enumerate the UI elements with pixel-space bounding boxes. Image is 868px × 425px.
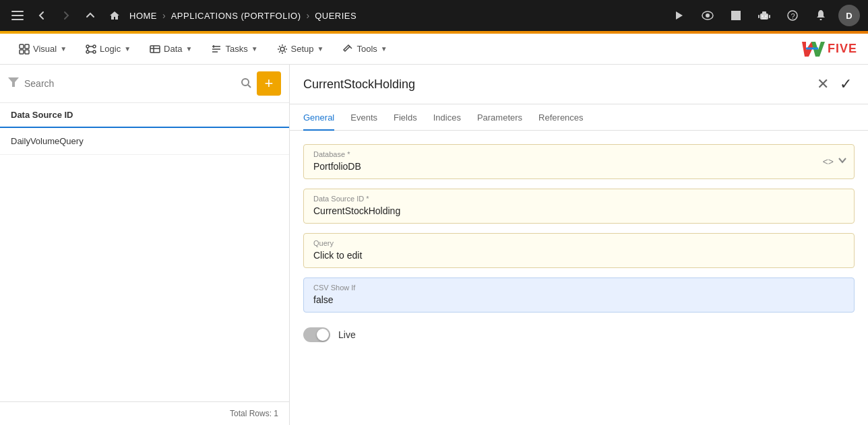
- database-value: PortfolioDB: [313, 161, 844, 172]
- detail-header: CurrentStockHolding ✕ ✓: [290, 65, 868, 104]
- query-label: Query: [313, 239, 844, 247]
- svg-point-11: [762, 15, 763, 17]
- svg-rect-18: [25, 44, 29, 48]
- close-icon[interactable]: ✕: [814, 73, 832, 96]
- setup-menu[interactable]: Setup ▼: [269, 40, 332, 59]
- svg-point-34: [280, 47, 284, 51]
- data-label: Data: [164, 44, 182, 54]
- logic-menu[interactable]: Logic ▼: [78, 40, 139, 59]
- data-menu[interactable]: Data ▼: [142, 40, 200, 59]
- tab-parameters[interactable]: Parameters: [477, 104, 522, 131]
- svg-rect-6: [731, 11, 741, 20]
- stop-icon[interactable]: [725, 5, 747, 26]
- breadcrumb-sep-1: ›: [162, 10, 166, 21]
- five-logo: FIVE: [799, 39, 857, 59]
- tasks-label: Tasks: [225, 44, 247, 54]
- sidebar-list: DailyVolumeQuery: [0, 128, 289, 401]
- home-icon[interactable]: [105, 6, 124, 25]
- tools-menu[interactable]: Tools ▼: [334, 40, 395, 59]
- svg-line-41: [248, 85, 251, 88]
- visual-chevron: ▼: [60, 45, 67, 53]
- breadcrumb-sep-2: ›: [307, 10, 310, 21]
- svg-point-5: [706, 13, 710, 18]
- svg-point-22: [93, 45, 96, 48]
- live-toggle[interactable]: [303, 327, 330, 342]
- play-icon[interactable]: [669, 5, 690, 26]
- setup-label: Setup: [291, 44, 314, 54]
- toggle-knob: [317, 329, 329, 341]
- help-icon[interactable]: ?: [782, 5, 803, 26]
- tab-references[interactable]: References: [538, 104, 583, 131]
- user-avatar[interactable]: D: [838, 5, 860, 26]
- search-icon[interactable]: [241, 77, 251, 90]
- hamburger-menu-icon[interactable]: [8, 6, 27, 25]
- sidebar-footer: Total Rows: 1: [0, 401, 289, 425]
- search-input[interactable]: [24, 78, 235, 89]
- tab-general[interactable]: General: [303, 104, 334, 131]
- top-navigation: HOME › APPLICATIONS (PORTFOLIO) › QUERIE…: [0, 0, 868, 31]
- add-button[interactable]: +: [257, 71, 281, 96]
- svg-rect-20: [25, 50, 29, 54]
- list-item[interactable]: DailyVolumeQuery: [0, 128, 289, 155]
- svg-rect-10: [769, 15, 770, 18]
- tab-bar: General Events Fields Indices Parameters…: [290, 104, 868, 131]
- svg-rect-1: [11, 15, 24, 16]
- tasks-menu[interactable]: Tasks ▼: [203, 40, 266, 59]
- sidebar: + Data Source ID DailyVolumeQuery Total …: [0, 65, 290, 425]
- form-content: Database * PortfolioDB <> Data Source ID…: [290, 131, 868, 425]
- database-field-actions: <>: [823, 156, 847, 168]
- queries-crumb[interactable]: QUERIES: [315, 11, 356, 21]
- home-crumb[interactable]: HOME: [129, 11, 157, 21]
- svg-rect-16: [820, 19, 822, 20]
- robot-icon[interactable]: [753, 5, 775, 26]
- csv-label: CSV Show If: [313, 284, 844, 292]
- query-value: Click to edit: [313, 250, 844, 261]
- forward-icon[interactable]: [57, 6, 75, 25]
- svg-point-24: [93, 51, 96, 53]
- logic-chevron: ▼: [124, 45, 131, 53]
- svg-point-40: [242, 79, 249, 86]
- visual-menu[interactable]: Visual ▼: [11, 40, 75, 59]
- svg-rect-0: [11, 11, 24, 12]
- notification-icon[interactable]: [810, 5, 832, 26]
- applications-crumb[interactable]: APPLICATIONS (PORTFOLIO): [171, 11, 301, 21]
- query-field[interactable]: Query Click to edit: [303, 233, 855, 268]
- live-label: Live: [338, 329, 356, 340]
- tab-fields[interactable]: Fields: [394, 104, 417, 131]
- svg-line-35: [350, 46, 352, 48]
- visual-label: Visual: [33, 44, 57, 54]
- confirm-icon[interactable]: ✓: [837, 73, 855, 96]
- datasource-value: CurrentStockHolding: [313, 205, 844, 216]
- svg-rect-17: [20, 44, 24, 48]
- database-field: Database * PortfolioDB <>: [303, 144, 855, 179]
- code-icon[interactable]: <>: [823, 156, 834, 167]
- dropdown-icon[interactable]: [838, 156, 847, 168]
- five-text: FIVE: [828, 42, 857, 56]
- up-icon[interactable]: [81, 6, 100, 25]
- detail-title: CurrentStockHolding: [303, 77, 415, 92]
- svg-marker-39: [8, 77, 19, 87]
- svg-rect-28: [150, 46, 160, 53]
- live-toggle-row: Live: [303, 322, 855, 348]
- svg-rect-2: [11, 19, 24, 20]
- breadcrumb: HOME › APPLICATIONS (PORTFOLIO) › QUERIE…: [105, 6, 663, 25]
- svg-rect-19: [20, 50, 24, 54]
- filter-icon: [8, 77, 19, 90]
- tab-events[interactable]: Events: [350, 104, 377, 131]
- datasource-field: Data Source ID * CurrentStockHolding: [303, 189, 855, 224]
- sidebar-search-bar: +: [0, 65, 289, 103]
- svg-text:?: ?: [791, 12, 795, 20]
- preview-icon[interactable]: [697, 5, 718, 26]
- svg-marker-3: [676, 11, 683, 20]
- detail-panel: CurrentStockHolding ✕ ✓ General Events F…: [290, 65, 868, 425]
- data-chevron: ▼: [186, 45, 193, 53]
- back-icon[interactable]: [32, 6, 51, 25]
- svg-rect-8: [762, 11, 766, 14]
- svg-point-21: [86, 45, 89, 48]
- csv-value: false: [313, 294, 844, 305]
- logic-label: Logic: [100, 44, 121, 54]
- svg-point-23: [86, 51, 89, 53]
- top-nav-actions: ? D: [669, 5, 860, 26]
- svg-rect-9: [758, 15, 760, 18]
- tab-indices[interactable]: Indices: [433, 104, 461, 131]
